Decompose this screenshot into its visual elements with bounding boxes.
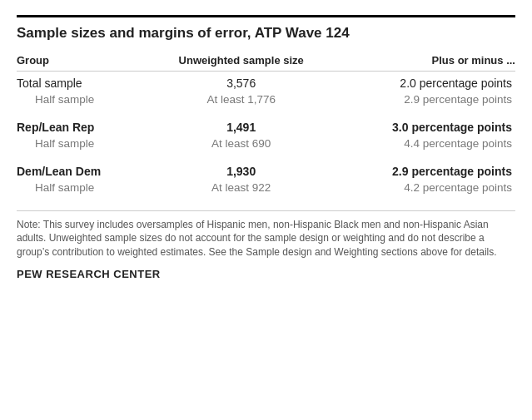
row-group: Rep/Lean Rep — [17, 116, 128, 136]
row-group: Half sample — [17, 136, 128, 151]
col-header-sample: Unweighted sample size — [162, 54, 321, 71]
row-plus: 2.9 percentage points — [354, 91, 515, 107]
row-sample: 1,930 — [162, 160, 321, 180]
row-plus: 4.4 percentage points — [354, 136, 515, 151]
table-row: Rep/Lean Rep 1,491 3.0 percentage points — [17, 116, 515, 136]
row-sample: 3,576 — [162, 71, 321, 91]
table-row: Half sample At least 1,776 2.9 percentag… — [17, 91, 515, 107]
note-section: Note: This survey includes oversamples o… — [17, 210, 515, 259]
row-group: Half sample — [17, 180, 128, 195]
row-sample: At least 690 — [162, 136, 321, 151]
table-row: Half sample At least 922 4.2 percentage … — [17, 180, 515, 195]
row-group: Total sample — [17, 71, 128, 91]
col-header-group: Group — [17, 54, 128, 71]
chart-title: Sample sizes and margins of error, ATP W… — [17, 15, 515, 42]
row-group: Dem/Lean Dem — [17, 160, 128, 180]
source-label: PEW RESEARCH CENTER — [17, 268, 515, 280]
row-group: Half sample — [17, 91, 128, 107]
row-sample: 1,491 — [162, 116, 321, 136]
note-text: Note: This survey includes oversamples o… — [17, 219, 497, 259]
row-plus: 3.0 percentage points — [354, 116, 515, 136]
table-row: Dem/Lean Dem 1,930 2.9 percentage points — [17, 160, 515, 180]
row-sample: At least 1,776 — [162, 91, 321, 107]
col-header-plus: Plus or minus ... — [354, 54, 515, 71]
data-table: Group Unweighted sample size Plus or min… — [17, 54, 515, 195]
table-row: Half sample At least 690 4.4 percentage … — [17, 136, 515, 151]
row-plus: 2.9 percentage points — [354, 160, 515, 180]
row-plus: 2.0 percentage points — [354, 71, 515, 91]
row-sample: At least 922 — [162, 180, 321, 195]
table-row: Total sample 3,576 2.0 percentage points — [17, 71, 515, 91]
row-plus: 4.2 percentage points — [354, 180, 515, 195]
